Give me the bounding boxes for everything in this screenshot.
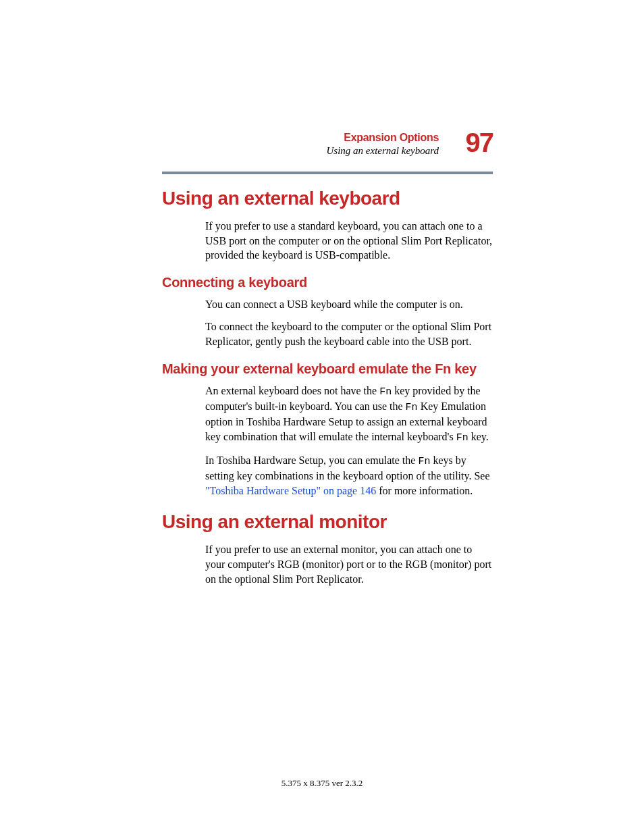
cross-reference-link[interactable]: "Toshiba Hardware Setup" on page 146 (205, 485, 376, 496)
body-paragraph: You can connect a USB keyboard while the… (205, 297, 493, 312)
body-paragraph: To connect the keyboard to the computer … (205, 319, 493, 348)
page-footer: 5.375 x 8.375 ver 2.3.2 (0, 778, 644, 789)
heading-using-external-monitor: Using an external monitor (162, 511, 493, 533)
text-run: An external keyboard does not have the (205, 385, 379, 396)
fn-key-literal: Fn (418, 456, 430, 467)
page-content: Expansion Options Using an external keyb… (162, 132, 493, 594)
heading-using-external-keyboard: Using an external keyboard (162, 188, 493, 209)
body-paragraph: An external keyboard does not have the F… (205, 384, 493, 445)
heading-connecting-keyboard: Connecting a keyboard (162, 275, 493, 290)
fn-key-literal: Fn (379, 386, 392, 398)
header-rule (162, 172, 493, 174)
header-section-path: Using an external keyboard (162, 145, 439, 157)
body-paragraph: If you prefer to use an external monitor… (205, 542, 493, 586)
body-paragraph: If you prefer to use a standard keyboard… (205, 219, 493, 263)
fn-key-literal: Fn (406, 402, 418, 413)
fn-key-literal: Fn (456, 432, 468, 444)
page-number: 97 (466, 128, 493, 158)
header-text-block: Expansion Options Using an external keyb… (162, 132, 493, 157)
body-paragraph: In Toshiba Hardware Setup, you can emula… (205, 453, 493, 498)
heading-emulate-fn-key: Making your external keyboard emulate th… (162, 361, 493, 377)
text-run: In Toshiba Hardware Setup, you can emula… (205, 454, 418, 466)
chapter-title: Expansion Options (162, 132, 439, 144)
text-run: for more information. (376, 485, 473, 496)
text-run: key. (468, 431, 489, 442)
running-header: Expansion Options Using an external keyb… (162, 132, 493, 174)
